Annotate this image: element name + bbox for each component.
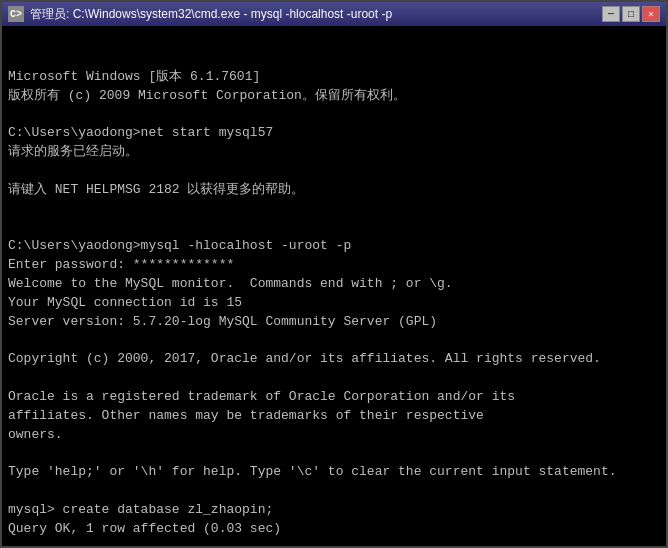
- terminal-line: [8, 105, 660, 124]
- title-bar-left: C> 管理员: C:\Windows\system32\cmd.exe - my…: [8, 6, 392, 23]
- terminal-line: Microsoft Windows [版本 6.1.7601]: [8, 68, 660, 87]
- terminal-line: [8, 218, 660, 237]
- terminal-line: Oracle is a registered trademark of Orac…: [8, 388, 660, 407]
- cmd-icon: C>: [8, 6, 24, 22]
- terminal-line: owners.: [8, 426, 660, 445]
- terminal-line: [8, 445, 660, 464]
- terminal-line: Server version: 5.7.20-log MySQL Communi…: [8, 313, 660, 332]
- cmd-window: C> 管理员: C:\Windows\system32\cmd.exe - my…: [0, 0, 668, 548]
- terminal-line: C:\Users\yaodong>mysql -hlocalhost -uroo…: [8, 237, 660, 256]
- terminal-line: C:\Users\yaodong>net start mysql57: [8, 124, 660, 143]
- terminal-line: Enter password: *************: [8, 256, 660, 275]
- terminal-line: 请求的服务已经启动。: [8, 143, 660, 162]
- title-bar: C> 管理员: C:\Windows\system32\cmd.exe - my…: [2, 2, 666, 26]
- terminal-content: Microsoft Windows [版本 6.1.7601]版权所有 (c) …: [8, 68, 660, 546]
- title-buttons: ─ □ ✕: [602, 6, 660, 22]
- terminal-line: [8, 332, 660, 351]
- terminal-line: Type 'help;' or '\h' for help. Type '\c'…: [8, 463, 660, 482]
- terminal-line: Copyright (c) 2000, 2017, Oracle and/or …: [8, 350, 660, 369]
- terminal-line: affiliates. Other names may be trademark…: [8, 407, 660, 426]
- window-title: 管理员: C:\Windows\system32\cmd.exe - mysql…: [30, 6, 392, 23]
- terminal-line: mysql> create database zl_zhaopin;: [8, 501, 660, 520]
- close-button[interactable]: ✕: [642, 6, 660, 22]
- terminal-line: 请键入 NET HELPMSG 2182 以获得更多的帮助。: [8, 181, 660, 200]
- minimize-button[interactable]: ─: [602, 6, 620, 22]
- terminal-body[interactable]: Microsoft Windows [版本 6.1.7601]版权所有 (c) …: [2, 26, 666, 546]
- terminal-line: [8, 369, 660, 388]
- terminal-line: Query OK, 1 row affected (0.03 sec): [8, 520, 660, 539]
- terminal-line: [8, 200, 660, 219]
- maximize-button[interactable]: □: [622, 6, 640, 22]
- terminal-line: [8, 162, 660, 181]
- terminal-line: [8, 539, 660, 546]
- terminal-line: 版权所有 (c) 2009 Microsoft Corporation。保留所有…: [8, 87, 660, 106]
- terminal-line: Welcome to the MySQL monitor. Commands e…: [8, 275, 660, 294]
- terminal-line: [8, 482, 660, 501]
- terminal-line: Your MySQL connection id is 15: [8, 294, 660, 313]
